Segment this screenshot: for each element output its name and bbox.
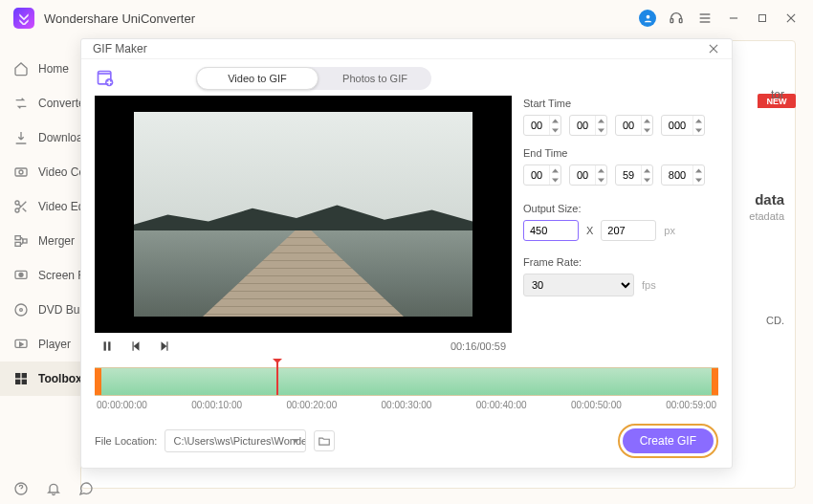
file-location-select[interactable]: C:\Users\ws\Pictures\Wonders [165,429,306,452]
sidebar-item-converter[interactable]: Converter [0,86,80,121]
gif-maker-dialog: GIF Maker Video to GIF Photos to GIF [80,38,733,469]
sidebar-item-player[interactable]: Player [0,327,80,362]
recorder-icon [13,268,29,283]
sidebar-item-label: Downloader [38,131,80,144]
end-time-row [523,164,718,186]
sidebar-item-label: Converter [38,97,80,110]
playback-time: 00:16/00:59 [450,340,506,352]
account-avatar-icon[interactable] [639,10,656,27]
add-media-button[interactable] [95,68,116,89]
dialog-title: GIF Maker [93,42,147,55]
next-frame-button[interactable] [158,340,171,353]
close-window-icon[interactable] [782,10,800,27]
player-icon [13,337,29,352]
sidebar-item-toolbox[interactable]: Toolbox [0,362,80,396]
svg-rect-31 [108,341,110,350]
tab-photos-to-gif[interactable]: Photos to GIF [319,67,431,90]
start-mm[interactable] [569,115,607,136]
compressor-icon [13,164,29,180]
svg-rect-1 [670,19,673,23]
app-logo [13,8,34,29]
sidebar-item-label: Merger [38,234,75,248]
svg-point-12 [15,201,19,205]
timeline-playhead[interactable] [276,362,278,395]
support-headset-icon[interactable] [668,10,685,27]
timeline-track[interactable] [95,367,718,396]
svg-point-11 [19,170,23,174]
sidebar-item-dvd[interactable]: DVD Burner [0,293,80,327]
dialog-close-icon[interactable] [707,42,720,55]
timeline-right-handle[interactable] [712,368,718,395]
svg-rect-2 [679,19,682,23]
output-unit: px [664,225,675,236]
bg-text-3: etadata [749,210,784,222]
sidebar-item-merger[interactable]: Merger [0,224,80,258]
create-gif-button[interactable]: Create GIF [623,428,714,453]
prev-frame-button[interactable] [129,340,143,353]
tab-video-to-gif[interactable]: Video to GIF [196,67,319,90]
statusbar-icons [13,481,94,496]
svg-point-13 [15,208,19,212]
end-ss[interactable] [615,164,653,186]
svg-rect-10 [15,168,27,176]
end-hh[interactable] [523,164,561,186]
sidebar-item-label: Home [38,62,69,76]
start-time-label: Start Time [523,98,718,109]
svg-rect-15 [15,242,20,246]
bg-text-4: CD. [766,315,784,326]
arrow-down-icon[interactable] [550,125,560,135]
hamburger-menu-icon[interactable] [696,10,714,27]
sidebar-item-label: Video Compressor [38,165,80,179]
sidebar-item-label: Player [38,338,71,351]
help-icon[interactable] [13,481,29,496]
sidebar-item-recorder[interactable]: Screen Recorder [0,258,80,293]
svg-rect-7 [759,15,766,22]
start-ms[interactable] [661,115,705,136]
settings-panel: Start Time End Time [523,67,718,296]
maximize-icon[interactable] [754,10,771,27]
sidebar-item-home[interactable]: Home [0,52,80,86]
frame-rate-select[interactable]: 30 [523,274,634,296]
dvd-icon [13,302,29,318]
video-preview[interactable] [95,96,512,333]
sidebar-item-label: Screen Recorder [38,269,80,282]
frame-unit: fps [642,279,656,291]
svg-point-20 [20,309,23,312]
timeline-left-handle[interactable] [95,368,101,395]
svg-rect-24 [15,380,20,384]
end-ms[interactable] [661,164,705,186]
svg-rect-23 [22,373,27,378]
feedback-icon[interactable] [78,481,94,496]
output-width-input[interactable] [523,220,579,241]
playback-controls: 00:16/00:59 [95,333,512,360]
end-mm[interactable] [569,164,607,186]
start-hh[interactable] [523,115,561,136]
home-icon [13,61,29,77]
mode-tabs: Video to GIF Photos to GIF [196,67,431,90]
output-height-input[interactable] [601,220,656,241]
create-gif-highlight: Create GIF [618,424,718,458]
sidebar-item-compressor[interactable]: Video Compressor [0,155,80,189]
sidebar-item-editor[interactable]: Video Editor [0,189,80,224]
output-x: X [586,225,593,236]
svg-rect-25 [22,380,27,384]
sidebar-item-downloader[interactable]: Downloader [0,121,80,155]
download-icon [13,130,29,145]
titlebar: Wondershare UniConverter [0,0,813,36]
pause-button[interactable] [100,340,114,353]
sidebar-item-label: Toolbox [38,372,80,385]
svg-rect-30 [104,341,106,350]
open-folder-button[interactable] [314,430,335,451]
minimize-icon[interactable] [725,10,742,27]
svg-point-18 [19,273,23,276]
svg-rect-16 [23,239,27,243]
start-ss[interactable] [615,115,653,136]
sidebar: Home Converter Downloader Video Compress… [0,36,80,504]
bg-text-2: data [755,191,784,208]
toolbox-icon [13,371,29,386]
svg-rect-14 [15,236,20,240]
start-time-row [523,115,718,136]
arrow-up-icon[interactable] [550,116,560,125]
svg-point-19 [15,304,27,316]
bell-icon[interactable] [46,481,61,496]
